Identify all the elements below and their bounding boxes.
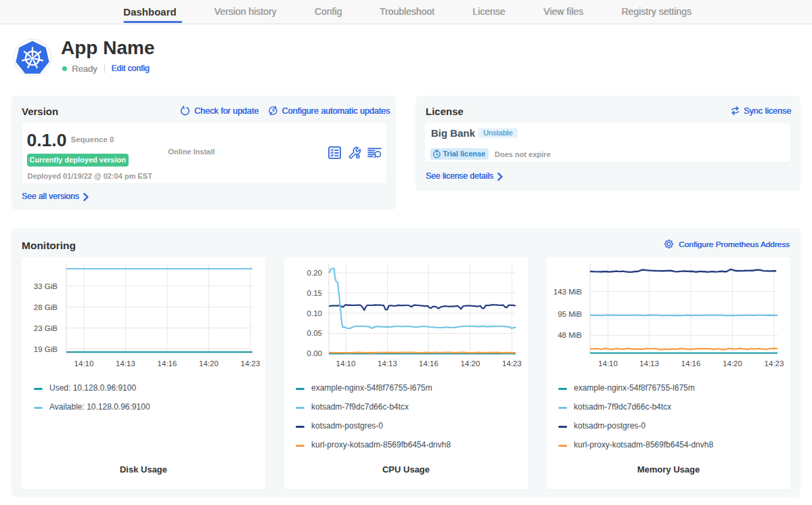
svg-text:14:16: 14:16 (681, 359, 701, 368)
svg-text:14:10: 14:10 (336, 359, 356, 368)
svg-text:33 GiB: 33 GiB (34, 282, 58, 290)
svg-text:95 MiB: 95 MiB (558, 310, 582, 318)
svg-text:14:10: 14:10 (74, 359, 94, 368)
svg-text:0.10: 0.10 (307, 309, 322, 317)
svg-text:0.20: 0.20 (307, 269, 322, 277)
svg-text:14:20: 14:20 (199, 359, 219, 368)
svg-text:14:13: 14:13 (116, 359, 135, 368)
svg-text:48 MiB: 48 MiB (558, 331, 582, 339)
svg-text:14:10: 14:10 (598, 359, 618, 368)
svg-text:28 GiB: 28 GiB (34, 303, 58, 311)
svg-text:143 MiB: 143 MiB (554, 288, 583, 296)
svg-text:14:20: 14:20 (723, 359, 742, 368)
svg-text:14:23: 14:23 (765, 359, 784, 368)
svg-text:14:13: 14:13 (639, 359, 659, 368)
svg-text:14:20: 14:20 (461, 359, 480, 368)
svg-text:0.05: 0.05 (307, 329, 322, 337)
svg-text:23 GiB: 23 GiB (34, 324, 58, 332)
svg-text:19 GiB: 19 GiB (34, 345, 58, 353)
svg-text:14:16: 14:16 (158, 359, 177, 368)
svg-text:14:13: 14:13 (378, 359, 397, 368)
svg-text:14:16: 14:16 (419, 359, 438, 368)
svg-text:14:23: 14:23 (502, 359, 522, 368)
svg-text:0.15: 0.15 (307, 289, 322, 297)
svg-text:0.00: 0.00 (307, 349, 322, 357)
svg-text:14:23: 14:23 (241, 359, 261, 368)
